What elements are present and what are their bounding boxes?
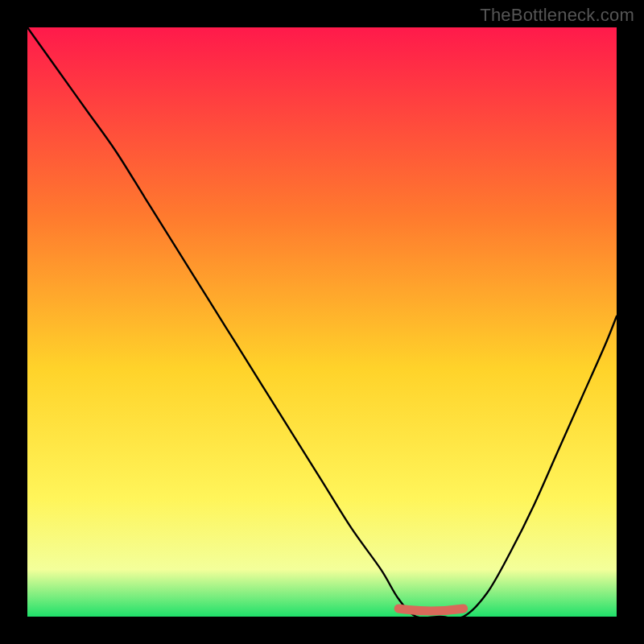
flat-zone-marker — [398, 609, 464, 611]
bottleneck-curve — [27, 27, 617, 618]
watermark-text: TheBottleneck.com — [480, 5, 634, 26]
chart-frame: TheBottleneck.com — [0, 0, 644, 644]
plot-area — [27, 27, 617, 617]
curve-layer — [27, 27, 617, 617]
